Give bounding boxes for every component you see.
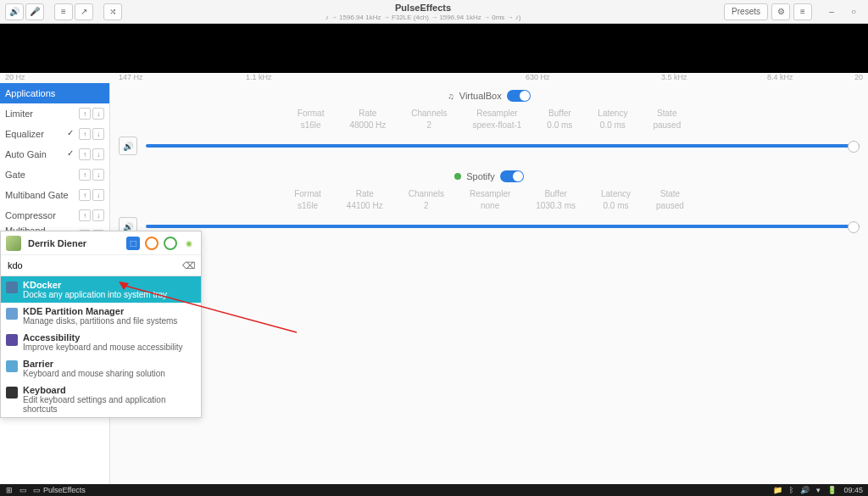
tray-volume-icon[interactable]: 🔊 bbox=[800, 486, 810, 494]
app-enable-toggle[interactable] bbox=[507, 90, 531, 102]
window-title: PulseEffects bbox=[125, 3, 721, 13]
launcher-category-all-icon[interactable]: ⬚ bbox=[126, 237, 140, 250]
stat-state: Statepaused bbox=[653, 109, 681, 130]
result-desc: Improve keyboard and mouse accessibility bbox=[23, 343, 182, 352]
launcher-result-keyboard[interactable]: KeyboardEdit keyboard settings and appli… bbox=[1, 382, 201, 417]
applications-panel: ♫VirtualBoxFormats16leRate48000 HzChanne… bbox=[110, 83, 868, 484]
result-name: KDocker bbox=[23, 280, 167, 290]
launcher-search-input[interactable] bbox=[6, 259, 182, 272]
app-block-spotify: SpotifyFormats16leRate44100 HzChannels2R… bbox=[119, 170, 860, 236]
tray-bluetooth-icon[interactable]: ᛒ bbox=[789, 486, 793, 494]
tray-battery-icon[interactable]: 🔋 bbox=[827, 486, 837, 494]
move-down-button[interactable]: ↓ bbox=[92, 189, 104, 201]
result-desc: Manage disks, partitions and file system… bbox=[23, 316, 177, 326]
sidebar-item-auto-gain[interactable]: Auto Gain✓↑↓ bbox=[0, 144, 109, 164]
stat-buffer: Buffer1030.3 ms bbox=[536, 189, 576, 210]
graph-icon[interactable]: ↗ bbox=[75, 3, 93, 20]
result-desc: Keyboard and mouse sharing solution bbox=[23, 369, 165, 378]
tray-clock[interactable]: 09:45 bbox=[843, 486, 863, 494]
sidebar-item-gate[interactable]: Gate↑↓ bbox=[0, 164, 109, 185]
user-name: Derrik Diener bbox=[28, 238, 120, 248]
app-launcher-popup: Derrik Diener ⬚ ◉ ⌫ KDockerDocks any app… bbox=[0, 231, 202, 418]
launcher-category-apps-icon[interactable] bbox=[145, 237, 159, 250]
spectrum-visualizer bbox=[0, 24, 868, 73]
launcher-result-accessibility[interactable]: AccessibilityImprove keyboard and mouse … bbox=[1, 329, 201, 355]
stat-channels: Channels2 bbox=[409, 189, 444, 210]
music-note-icon: ♫ bbox=[448, 92, 454, 101]
move-up-button[interactable]: ↑ bbox=[79, 169, 91, 181]
stat-rate: Rate44100 Hz bbox=[347, 189, 383, 210]
stat-state: Statepaused bbox=[656, 189, 684, 210]
result-name: KDE Partition Manager bbox=[23, 306, 177, 316]
move-down-button[interactable]: ↓ bbox=[92, 108, 104, 120]
taskbar-app-pulseeffects[interactable]: ▭ PulseEffects bbox=[32, 486, 86, 494]
mic-icon[interactable]: 🎤 bbox=[25, 3, 44, 20]
stat-rate: Rate48000 Hz bbox=[349, 109, 386, 130]
result-name: Accessibility bbox=[23, 332, 182, 343]
stat-latency: Latency0.0 ms bbox=[601, 189, 631, 210]
move-up-button[interactable]: ↑ bbox=[79, 209, 91, 221]
result-desc: Edit keyboard settings and application s… bbox=[23, 395, 196, 414]
move-up-button[interactable]: ↑ bbox=[79, 128, 91, 140]
stat-format: Formats16le bbox=[298, 109, 325, 130]
titlebar: 🔊 🎤 ≡ ↗ ⤭ PulseEffects ♪ → 1596.94 1kHz … bbox=[0, 0, 868, 24]
volume-slider[interactable] bbox=[146, 225, 860, 228]
sidebar-item-multiband-gate[interactable]: Multiband Gate↑↓ bbox=[0, 185, 109, 205]
app-icon bbox=[6, 387, 18, 398]
gear-icon[interactable]: ⚙ bbox=[771, 3, 790, 20]
tray-folder-icon[interactable]: 📁 bbox=[773, 486, 782, 494]
result-name: Keyboard bbox=[23, 385, 196, 395]
window-subtitle: ♪ → 1596.94 1kHz → F32LE (4ch) → 1596.94… bbox=[125, 14, 721, 21]
app-icon bbox=[6, 281, 18, 293]
move-up-button[interactable]: ↑ bbox=[79, 189, 91, 201]
move-down-button[interactable]: ↓ bbox=[92, 169, 104, 181]
show-desktop-icon[interactable]: ▭ bbox=[19, 486, 27, 494]
result-desc: Docks any application into system tray bbox=[23, 290, 167, 299]
speaker-icon[interactable]: 🔊 bbox=[5, 3, 24, 20]
sidebar-item-equalizer[interactable]: Equalizer✓↑↓ bbox=[0, 124, 109, 144]
app-name-label: VirtualBox bbox=[459, 91, 502, 101]
move-up-button[interactable]: ↑ bbox=[79, 148, 91, 160]
clear-search-icon[interactable]: ⌫ bbox=[182, 260, 196, 271]
minimize-button[interactable]: – bbox=[822, 3, 841, 20]
launcher-result-kde-partition-manager[interactable]: KDE Partition ManagerManage disks, parti… bbox=[1, 303, 201, 329]
sidebar-item-limiter[interactable]: Limiter↑↓ bbox=[0, 103, 109, 124]
presets-button[interactable]: Presets bbox=[724, 3, 768, 20]
sidebar-item-applications[interactable]: Applications bbox=[0, 83, 109, 103]
taskbar: ⊞ ▭ ▭ PulseEffects 📁 ᛒ 🔊 ▾ 🔋 09:45 bbox=[0, 484, 868, 496]
close-button[interactable]: ○ bbox=[844, 3, 863, 20]
spotify-icon bbox=[454, 173, 461, 180]
stat-channels: Channels2 bbox=[411, 109, 447, 130]
move-down-button[interactable]: ↓ bbox=[92, 209, 104, 221]
launcher-result-barrier[interactable]: BarrierKeyboard and mouse sharing soluti… bbox=[1, 355, 201, 382]
launcher-category-user-icon[interactable] bbox=[164, 237, 177, 250]
app-enable-toggle[interactable] bbox=[500, 170, 524, 182]
user-avatar[interactable] bbox=[6, 236, 21, 251]
app-name-label: Spotify bbox=[466, 171, 495, 181]
app-icon bbox=[6, 360, 18, 372]
volume-slider[interactable] bbox=[146, 144, 860, 148]
app-block-virtualbox: ♫VirtualBoxFormats16leRate48000 HzChanne… bbox=[119, 90, 860, 155]
stat-latency: Latency0.0 ms bbox=[598, 109, 627, 130]
frequency-labels: 20 Hz 147 Hz 1.1 kHz 630 Hz 3.5 kHz 8.4 … bbox=[0, 73, 868, 83]
result-name: Barrier bbox=[23, 359, 165, 369]
sidebar-item-compressor[interactable]: Compressor↑↓ bbox=[0, 205, 109, 226]
stat-format: Formats16le bbox=[294, 189, 321, 210]
stat-resampler: Resamplerspeex-float-1 bbox=[473, 109, 522, 130]
menu-icon[interactable]: ≡ bbox=[793, 3, 812, 20]
check-icon: ✓ bbox=[67, 148, 74, 160]
shuffle-icon[interactable]: ⤭ bbox=[103, 3, 122, 20]
move-up-button[interactable]: ↑ bbox=[79, 108, 91, 120]
stat-buffer: Buffer0.0 ms bbox=[547, 109, 572, 130]
app-icon bbox=[6, 308, 18, 320]
move-down-button[interactable]: ↓ bbox=[92, 148, 104, 160]
check-icon: ✓ bbox=[67, 128, 74, 140]
start-menu-icon[interactable]: ⊞ bbox=[5, 486, 14, 494]
launcher-result-kdocker[interactable]: KDockerDocks any application into system… bbox=[1, 276, 201, 303]
move-down-button[interactable]: ↓ bbox=[92, 128, 104, 140]
preset-icon[interactable]: ≡ bbox=[54, 3, 73, 20]
mute-button[interactable]: 🔊 bbox=[119, 137, 137, 155]
launcher-category-power-icon[interactable]: ◉ bbox=[182, 237, 196, 250]
stat-resampler: Resamplernone bbox=[470, 189, 510, 210]
tray-wifi-icon[interactable]: ▾ bbox=[816, 486, 821, 494]
